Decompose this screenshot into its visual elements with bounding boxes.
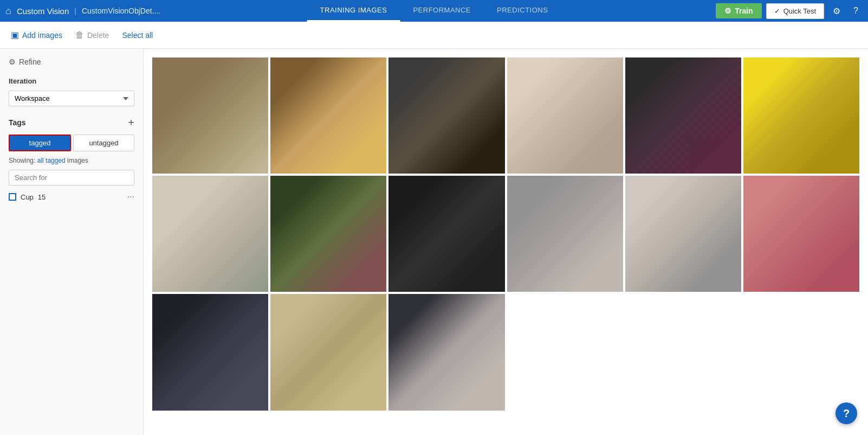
- help-nav-icon[interactable]: ?: [849, 4, 863, 18]
- image-cell[interactable]: [625, 57, 741, 174]
- tag-more-icon[interactable]: ···: [127, 192, 134, 202]
- add-tag-button[interactable]: +: [128, 117, 134, 128]
- cup-tag-count: 15: [38, 193, 46, 201]
- quick-test-button[interactable]: ✓ Quick Test: [766, 3, 824, 19]
- delete-button[interactable]: 🗑 Delete: [75, 28, 109, 42]
- image-cell[interactable]: [743, 176, 859, 292]
- cup-tag-checkbox[interactable]: [9, 193, 16, 201]
- image-grid: [152, 57, 859, 411]
- image-cell[interactable]: [152, 57, 268, 174]
- iteration-dropdown[interactable]: Workspace Iteration 1 Iteration 2: [9, 91, 134, 106]
- tags-header: Tags +: [9, 117, 134, 128]
- select-all-button[interactable]: Select all: [122, 29, 153, 42]
- top-navigation: ⌂ Custom Vision | CustomVisionObjDet....…: [0, 0, 868, 22]
- settings-icon[interactable]: ⚙: [828, 4, 845, 18]
- image-cell[interactable]: [152, 294, 268, 410]
- content-area: [144, 49, 868, 435]
- tag-cup-item: Cup 15 ···: [9, 192, 134, 202]
- untagged-filter-button[interactable]: untagged: [73, 135, 134, 151]
- image-cell[interactable]: [388, 294, 504, 410]
- checkmark-icon: ✓: [774, 7, 780, 15]
- secondary-toolbar: ▣ Add images 🗑 Delete Select all: [0, 22, 868, 49]
- image-cell[interactable]: [388, 176, 504, 292]
- add-images-button[interactable]: ▣ Add images: [11, 28, 62, 42]
- tag-filter-buttons: tagged untagged: [9, 135, 134, 151]
- gear-icon: ⚙: [724, 7, 731, 15]
- delete-icon: 🗑: [75, 30, 84, 40]
- tab-training-images[interactable]: TRAINING IMAGES: [307, 0, 400, 22]
- image-cell[interactable]: [388, 57, 504, 174]
- sidebar: ⚙ Refine Iteration Workspace Iteration 1…: [0, 49, 144, 435]
- all-tagged-link[interactable]: all tagged: [37, 157, 66, 164]
- add-images-icon: ▣: [11, 30, 19, 40]
- project-name[interactable]: CustomVisionObjDet....: [82, 7, 160, 15]
- help-bubble[interactable]: ?: [835, 402, 857, 424]
- search-input[interactable]: [9, 170, 134, 185]
- nav-divider: |: [74, 7, 76, 15]
- home-icon[interactable]: ⌂: [5, 5, 11, 17]
- showing-text: Showing: all tagged images: [9, 157, 134, 164]
- iteration-section-title: Iteration: [9, 77, 134, 85]
- refine-icon: ⚙: [9, 57, 16, 66]
- tags-title: Tags: [9, 118, 26, 127]
- refine-button[interactable]: ⚙ Refine: [9, 57, 134, 66]
- top-nav-actions: ⚙ Train ✓ Quick Test ⚙ ?: [716, 3, 863, 19]
- app-name[interactable]: Custom Vision: [17, 7, 69, 16]
- cup-tag-name: Cup: [21, 193, 34, 201]
- image-cell[interactable]: [270, 176, 386, 292]
- image-cell[interactable]: [270, 294, 386, 410]
- train-button[interactable]: ⚙ Train: [716, 3, 761, 18]
- tab-predictions[interactable]: PREDICTIONS: [484, 0, 561, 22]
- tagged-filter-button[interactable]: tagged: [9, 135, 71, 151]
- tab-performance[interactable]: PERFORMANCE: [400, 0, 484, 22]
- image-cell[interactable]: [507, 176, 623, 292]
- image-cell[interactable]: [152, 176, 268, 292]
- image-cell[interactable]: [270, 57, 386, 174]
- nav-tabs: TRAINING IMAGES PERFORMANCE PREDICTIONS: [307, 0, 561, 22]
- image-cell[interactable]: [743, 57, 859, 174]
- image-cell[interactable]: [507, 57, 623, 174]
- image-cell[interactable]: [625, 176, 741, 292]
- main-layout: ⚙ Refine Iteration Workspace Iteration 1…: [0, 49, 868, 435]
